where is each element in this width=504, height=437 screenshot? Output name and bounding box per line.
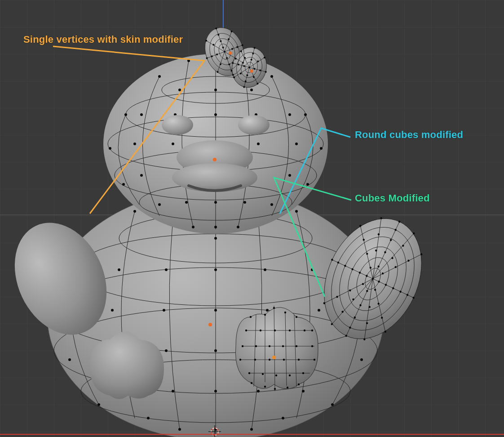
svg-point-17 [133, 210, 136, 213]
svg-point-31 [68, 358, 71, 361]
svg-point-14 [214, 349, 217, 352]
svg-point-141 [298, 383, 300, 385]
eye-left [162, 115, 193, 135]
svg-point-13 [214, 309, 217, 312]
svg-point-19 [111, 309, 114, 312]
svg-point-179 [270, 75, 273, 78]
svg-point-137 [251, 382, 252, 384]
svg-point-118 [296, 345, 297, 347]
svg-point-178 [158, 203, 161, 206]
origin-foot [272, 356, 276, 359]
svg-point-146 [296, 316, 297, 318]
svg-point-165 [185, 201, 188, 204]
svg-point-47 [257, 390, 260, 392]
eye-right [238, 115, 270, 135]
svg-point-117 [282, 345, 284, 347]
svg-point-11 [214, 237, 217, 240]
svg-point-154 [214, 89, 217, 91]
svg-point-127 [260, 330, 261, 331]
svg-point-115 [255, 345, 257, 347]
svg-point-32 [97, 403, 100, 406]
svg-point-138 [264, 386, 266, 388]
character-model[interactable] [0, 0, 504, 437]
svg-point-41 [172, 390, 174, 392]
svg-point-36 [331, 403, 334, 406]
svg-point-143 [264, 314, 266, 316]
svg-point-255 [250, 70, 253, 73]
origin-beak [213, 158, 217, 161]
svg-point-12 [214, 268, 217, 271]
svg-point-39 [163, 309, 165, 312]
svg-point-135 [289, 375, 291, 376]
svg-point-168 [250, 89, 253, 91]
svg-point-124 [298, 359, 300, 361]
svg-point-176 [133, 143, 136, 145]
svg-point-183 [270, 203, 273, 206]
svg-point-155 [214, 113, 217, 116]
svg-point-122 [269, 359, 270, 361]
svg-point-189 [306, 183, 309, 186]
svg-point-24 [311, 268, 314, 271]
svg-point-119 [311, 345, 313, 347]
svg-point-160 [187, 59, 190, 62]
svg-point-173 [237, 226, 239, 228]
svg-point-28 [282, 417, 284, 419]
svg-point-38 [165, 268, 168, 271]
svg-point-174 [158, 75, 161, 78]
svg-point-175 [140, 113, 143, 116]
svg-point-35 [360, 358, 363, 361]
svg-point-134 [275, 375, 277, 376]
svg-point-48 [250, 428, 253, 431]
origin-body [208, 323, 212, 326]
svg-point-172 [243, 201, 246, 204]
svg-point-158 [214, 201, 217, 204]
svg-point-133 [262, 373, 264, 375]
svg-point-15 [214, 390, 217, 392]
svg-point-44 [264, 268, 266, 271]
svg-point-186 [122, 183, 125, 186]
svg-point-181 [295, 143, 298, 145]
svg-point-185 [109, 147, 111, 150]
svg-point-116 [269, 345, 270, 347]
svg-point-42 [178, 428, 181, 431]
svg-point-163 [172, 143, 174, 145]
svg-point-254 [229, 52, 232, 55]
svg-point-130 [304, 330, 305, 331]
svg-point-27 [302, 390, 305, 392]
svg-point-177 [140, 174, 143, 177]
svg-point-145 [284, 312, 286, 313]
svg-point-136 [302, 372, 304, 374]
svg-point-125 [314, 359, 315, 361]
svg-point-22 [147, 417, 150, 419]
svg-point-159 [214, 226, 217, 228]
svg-point-18 [118, 268, 120, 271]
svg-point-123 [283, 359, 285, 361]
svg-point-120 [239, 359, 241, 361]
svg-point-187 [304, 113, 307, 116]
svg-point-180 [288, 113, 291, 116]
svg-point-182 [288, 174, 291, 177]
svg-point-129 [289, 330, 291, 331]
svg-point-188 [320, 147, 323, 150]
beak [172, 140, 257, 192]
svg-point-121 [254, 359, 256, 361]
svg-point-142 [250, 316, 252, 318]
svg-point-25 [318, 309, 320, 312]
svg-point-140 [287, 387, 288, 388]
svg-point-144 [273, 307, 275, 309]
svg-point-184 [124, 113, 127, 116]
svg-point-191 [172, 163, 257, 192]
svg-point-114 [242, 345, 243, 347]
svg-point-166 [192, 226, 195, 228]
svg-point-132 [248, 372, 250, 374]
svg-point-128 [274, 330, 276, 331]
timeline-cursor-line [0, 434, 504, 435]
svg-point-139 [274, 388, 276, 390]
svg-point-40 [165, 349, 168, 352]
svg-point-170 [257, 143, 260, 145]
svg-point-126 [245, 330, 247, 331]
svg-point-131 [311, 330, 313, 331]
svg-point-161 [178, 89, 181, 91]
svg-point-45 [266, 309, 269, 312]
svg-point-23 [295, 210, 298, 213]
